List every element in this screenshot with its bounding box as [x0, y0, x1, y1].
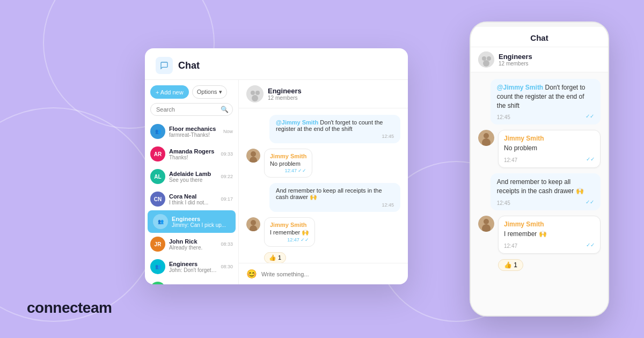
message-user-1: Jimmy Smith No problem 12:47 ✓✓: [246, 149, 400, 178]
mobile-message-text: I remember 🙌: [504, 230, 595, 239]
sidebar-item[interactable]: CN Cora Neal I think I did not... 09:17: [145, 188, 238, 210]
chat-group-name: Engineers: [268, 87, 302, 95]
chat-messages: @Jimmy Smith Don't forget to count the r…: [239, 108, 408, 263]
sidebar-item-info: Roger Lee I think I did not...: [169, 283, 217, 285]
sidebar-item-info: Engineers John: Don't forget of any...: [169, 261, 217, 273]
message-bubble: Jimmy Smith I remember 🙌 12:47 ✓✓: [264, 217, 315, 247]
chat-header-avatar: [246, 85, 264, 102]
svg-point-11: [482, 56, 486, 61]
message-text: @Jimmy Smith Don't forget to count the r…: [276, 119, 394, 132]
svg-point-3: [252, 95, 258, 101]
sidebar-item-name: Floor mechanics: [169, 126, 219, 132]
svg-point-1: [251, 91, 255, 95]
mobile-message-reaction[interactable]: 👍 1: [498, 259, 523, 271]
desktop-body: + Add new Options ▾ 🔍 👥 Floor mechanics …: [145, 80, 408, 284]
sidebar-item-time: 09:33: [221, 151, 233, 157]
mobile-message-time: 12:47: [504, 157, 517, 163]
sidebar-item-preview: farmreat-Thanks!: [169, 132, 219, 138]
logo: connecteam: [27, 299, 112, 317]
message-sender: Jimmy Smith: [270, 153, 306, 159]
options-button[interactable]: Options ▾: [192, 85, 227, 99]
sidebar-item-info: Amanda Rogers Thanks!: [169, 148, 217, 160]
bg-decoration-2: [0, 107, 161, 322]
sidebar-item-preview: John: Don't forget of any...: [169, 267, 217, 273]
sidebar-item-preview: See you there: [169, 177, 217, 183]
sidebar-item-name: Amanda Rogers: [169, 148, 217, 155]
svg-point-13: [483, 60, 489, 67]
mobile-message-meta: 12:47 ✓✓: [504, 241, 595, 249]
logo-text: connecteam: [27, 299, 112, 317]
sidebar-item-info: Engineers Jimmy: Can I pick up...: [172, 216, 226, 228]
sidebar-item-info: Adelaide Lamb See you there: [169, 171, 217, 183]
mobile-group-avatar: [478, 52, 494, 68]
mobile-message-meta: 12:47 ✓✓: [504, 155, 595, 163]
chat-header-info: Engineers 12 members: [268, 87, 302, 101]
mobile-message-bubble: Jimmy Smith No problem 12:47 ✓✓: [498, 130, 601, 168]
mobile-title: Chat: [479, 33, 599, 42]
user-avatar: [246, 149, 260, 163]
mobile-chat-header: Engineers 12 members: [471, 47, 608, 72]
search-icon: 🔍: [221, 106, 229, 113]
sidebar-item[interactable]: RL Roger Lee I think I did not... 08:15: [145, 278, 238, 284]
avatar: JR: [150, 237, 165, 252]
sidebar-item-info: Cora Neal I think I did not...: [169, 193, 217, 205]
mobile-message-time: 12:45: [497, 114, 510, 120]
sidebar-item-engineers[interactable]: 👥 Engineers Jimmy: Can I pick up...: [148, 210, 236, 233]
sidebar-item[interactable]: AL Adelaide Lamb See you there 09:22: [145, 165, 238, 188]
message-time: 12:45: [276, 134, 394, 139]
mobile-message-time: 12:47: [504, 243, 517, 249]
mobile-notch: [471, 23, 608, 27]
desktop-header: Chat: [145, 48, 408, 80]
sidebar-item-preview: Jimmy: Can I pick up...: [172, 222, 226, 228]
avatar: AR: [150, 146, 165, 161]
add-new-button[interactable]: + Add new: [150, 85, 189, 99]
emoji-button[interactable]: 😊: [246, 269, 257, 279]
sidebar-item-name: Cora Neal: [169, 193, 217, 200]
message-text: No problem: [270, 160, 306, 167]
message-text: And remember to keep all receipts in the…: [276, 187, 394, 201]
message-time: 12:47 ✓✓: [270, 168, 306, 173]
mobile-header: Chat: [471, 27, 608, 47]
message-system-1: @Jimmy Smith Don't forget to count the r…: [269, 115, 400, 143]
chat-area: Engineers 12 members @Jimmy Smith Don't …: [239, 80, 408, 284]
mobile-messages: @Jimmy Smith Don't forget to count the r…: [471, 72, 608, 315]
mobile-card: Chat Engineers 12 members @Jimmy Smith D…: [470, 21, 609, 317]
avatar: 👥: [153, 214, 168, 229]
sidebar-item-name: John Rick: [169, 238, 217, 245]
mobile-user-avatar: [478, 216, 494, 232]
mobile-message-sender: Jimmy Smith: [504, 135, 595, 142]
message-system-2: And remember to keep all receipts in the…: [269, 183, 400, 212]
mobile-members-count: 12 members: [499, 61, 532, 67]
chat-input-area: 😊: [239, 263, 408, 284]
svg-point-8: [251, 220, 256, 225]
svg-point-15: [484, 133, 489, 138]
mobile-message-check: ✓✓: [586, 113, 594, 119]
avatar: 👥: [150, 124, 165, 139]
message-time: 12:47 ✓✓: [270, 237, 309, 243]
mobile-message-user-1: Jimmy Smith No problem 12:47 ✓✓: [478, 130, 601, 168]
sidebar-item-time: 08:33: [221, 241, 233, 247]
avatar: AL: [150, 169, 165, 184]
mobile-message-check: ✓✓: [586, 199, 594, 205]
message-reaction[interactable]: 👍 1: [264, 252, 286, 263]
sidebar-item[interactable]: AR Amanda Rogers Thanks! 09:33: [145, 143, 238, 165]
chat-icon: [156, 57, 173, 74]
avatar: RL: [150, 282, 165, 284]
sidebar-item[interactable]: 👥 Engineers John: Don't forget of any...…: [145, 255, 238, 278]
sidebar-item[interactable]: 👥 Floor mechanics farmreat-Thanks! Now: [145, 120, 238, 143]
mobile-message-check: ✓✓: [586, 156, 595, 162]
sidebar-actions: + Add new Options ▾: [145, 80, 238, 103]
message-time: 12:45: [276, 202, 394, 208]
sidebar-search-container: 🔍: [150, 103, 233, 116]
sidebar-item-preview: Thanks!: [169, 155, 217, 160]
sidebar-item[interactable]: JR John Rick Already there. 08:33: [145, 233, 238, 255]
mobile-message-text: And remember to keep all receipts in the…: [497, 178, 594, 196]
sidebar: + Add new Options ▾ 🔍 👥 Floor mechanics …: [145, 80, 239, 284]
mobile-group-info: Engineers 12 members: [499, 53, 532, 67]
sidebar-item-name: Engineers: [172, 216, 226, 222]
chat-header: Engineers 12 members: [239, 80, 408, 108]
svg-point-5: [251, 151, 256, 157]
mobile-message-sender: Jimmy Smith: [504, 221, 595, 228]
sidebar-item-info: Floor mechanics farmreat-Thanks!: [169, 126, 219, 138]
message-input[interactable]: [261, 271, 400, 277]
